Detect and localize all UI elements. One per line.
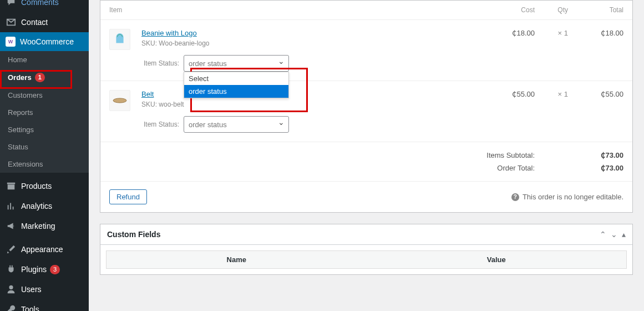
notice-text: This order is no longer editable.: [523, 193, 623, 201]
line-qty: × 1: [535, 90, 568, 133]
refund-button[interactable]: Refund: [109, 189, 147, 204]
custom-fields-title: Custom Fields: [107, 230, 160, 239]
panel-down-icon[interactable]: ⌄: [611, 230, 617, 239]
order-editable-notice: ? This order is no longer editable.: [511, 193, 623, 201]
order-items-panel: Item Cost Qty Total Beanie with Logo SKU…: [100, 0, 633, 213]
panel-toggle-icon[interactable]: ▴: [622, 230, 626, 239]
line-total: ₵55.00: [568, 90, 623, 133]
sidebar-label-woocommerce: WooCommerce: [20, 37, 74, 46]
col-header-cost: Cost: [490, 6, 535, 14]
sidebar-item-appearance[interactable]: Appearance: [0, 239, 89, 259]
chart-icon: [6, 200, 17, 212]
sidebar-label-appearance: Appearance: [21, 245, 63, 254]
cf-col-name: Name: [107, 251, 367, 268]
sidebar-label-comments: Comments: [21, 0, 59, 7]
item-status-select[interactable]: order status: [184, 116, 289, 133]
woocommerce-icon: W: [6, 37, 16, 47]
megaphone-icon: [6, 220, 17, 232]
product-thumbnail: [109, 90, 130, 111]
col-header-qty: Qty: [535, 6, 568, 14]
sidebar-item-settings[interactable]: Settings: [0, 121, 89, 138]
dropdown-option-order-status[interactable]: order status: [184, 85, 288, 98]
order-items-header-row: Item Cost Qty Total: [100, 1, 632, 20]
brush-icon: [6, 244, 17, 255]
wrench-icon: [6, 304, 17, 311]
sidebar-label-analytics: Analytics: [21, 202, 52, 210]
panel-up-icon[interactable]: ⌃: [600, 230, 606, 239]
sidebar-label-reports: Reports: [8, 108, 33, 117]
order-line-item: Beanie with Logo SKU: Woo-beanie-logo It…: [100, 20, 632, 81]
product-name-link[interactable]: Belt: [141, 90, 154, 98]
line-cost: ₵55.00: [490, 90, 535, 133]
sidebar-item-reports[interactable]: Reports: [0, 104, 89, 121]
item-status-label: Item Status:: [141, 59, 179, 67]
product-thumbnail: [109, 29, 130, 50]
sidebar-item-orders[interactable]: Orders 1: [0, 68, 89, 87]
sidebar-item-products[interactable]: Products: [0, 176, 89, 196]
custom-fields-table-header: Name Value: [106, 250, 627, 269]
cf-col-value: Value: [367, 251, 627, 268]
mail-icon: [6, 17, 17, 28]
plugins-count-badge: 3: [50, 265, 60, 274]
line-total: ₵18.00: [568, 29, 623, 72]
sidebar-item-extensions[interactable]: Extensions: [0, 156, 89, 173]
sidebar-label-marketing: Marketing: [21, 222, 55, 230]
sidebar-label-settings: Settings: [8, 126, 34, 134]
line-cost: ₵18.00: [490, 29, 535, 72]
order-total-label: Order Total:: [497, 164, 535, 172]
sidebar-label-orders: Orders: [8, 73, 32, 82]
order-line-item: Belt SKU: woo-belt Item Status: order st…: [100, 81, 632, 142]
custom-fields-panel: Custom Fields ⌃ ⌄ ▴ Name Value: [100, 224, 633, 275]
sidebar-item-contact[interactable]: Contact: [0, 12, 89, 32]
sidebar-item-woocommerce[interactable]: W WooCommerce: [0, 32, 89, 51]
line-qty: × 1: [535, 29, 568, 72]
sidebar-item-comments[interactable]: Comments: [0, 0, 89, 12]
user-icon: [6, 284, 17, 295]
help-icon: ?: [511, 193, 519, 201]
orders-count-badge: 1: [35, 73, 45, 82]
svg-point-0: [113, 98, 126, 103]
product-sku: SKU: Woo-beanie-logo: [141, 39, 490, 47]
archive-icon: [6, 180, 17, 192]
sidebar-label-contact: Contact: [21, 18, 48, 27]
sidebar-label-users: Users: [21, 285, 42, 294]
sidebar-label-status: Status: [8, 143, 28, 151]
order-actions-row: Refund ? This order is no longer editabl…: [100, 182, 632, 212]
col-header-item: Item: [109, 6, 490, 14]
status-dropdown-list: Select order status: [184, 72, 289, 98]
sidebar-label-products: Products: [21, 182, 52, 190]
sidebar-label-extensions: Extensions: [8, 160, 43, 168]
sidebar-label-tools: Tools: [21, 305, 39, 311]
sidebar-item-tools[interactable]: Tools: [0, 299, 89, 311]
main-content: Item Cost Qty Total Beanie with Logo SKU…: [89, 0, 644, 311]
sidebar-item-home[interactable]: Home: [0, 51, 89, 68]
sidebar-item-analytics[interactable]: Analytics: [0, 196, 89, 216]
sidebar-label-customers: Customers: [8, 91, 43, 99]
subtotal-label: Items Subtotal:: [486, 151, 535, 159]
sidebar-item-status[interactable]: Status: [0, 138, 89, 156]
sidebar-label-plugins: Plugins: [21, 265, 47, 274]
item-status-label: Item Status:: [141, 121, 179, 128]
sidebar-label-home: Home: [8, 56, 27, 64]
order-totals: Items Subtotal: ₵73.00 Order Total: ₵73.…: [100, 142, 632, 182]
item-status-select[interactable]: order status: [184, 55, 289, 72]
product-name-link[interactable]: Beanie with Logo: [141, 29, 197, 37]
product-sku: SKU: woo-belt: [141, 101, 490, 108]
comment-icon: [6, 0, 17, 8]
sidebar-item-customers[interactable]: Customers: [0, 87, 89, 104]
sidebar-item-users[interactable]: Users: [0, 279, 89, 299]
subtotal-value: ₵73.00: [568, 151, 623, 159]
sidebar-item-marketing[interactable]: Marketing: [0, 216, 89, 236]
dropdown-option-select[interactable]: Select: [184, 72, 288, 85]
admin-sidebar: Comments Contact W WooCommerce Home Orde…: [0, 0, 89, 311]
col-header-total: Total: [568, 6, 623, 14]
sidebar-item-plugins[interactable]: Plugins 3: [0, 259, 89, 279]
plugin-icon: [6, 264, 17, 275]
order-total-value: ₵73.00: [568, 164, 623, 172]
